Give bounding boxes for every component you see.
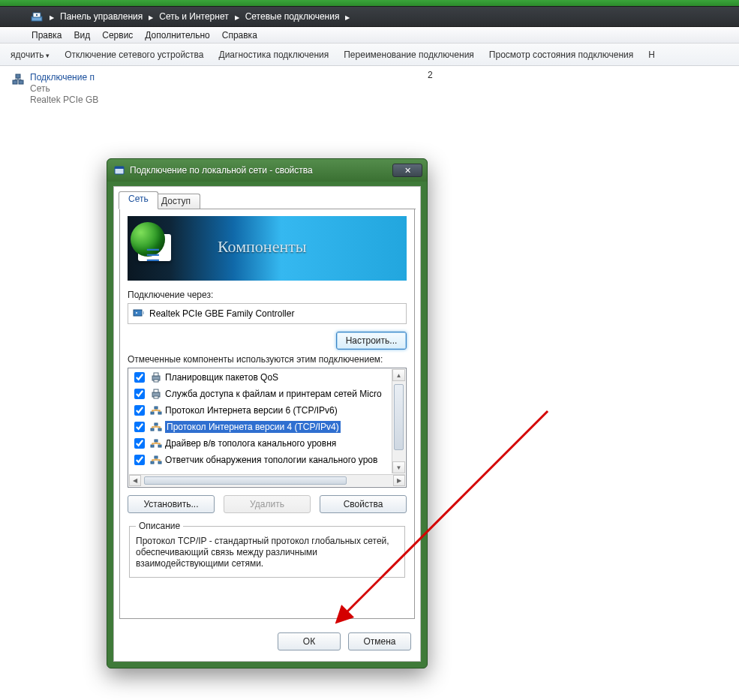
breadcrumb-separator-icon	[344, 11, 351, 22]
component-checkbox[interactable]	[134, 389, 145, 399]
configure-button[interactable]: Настроить...	[336, 332, 407, 350]
menu-view[interactable]: Вид	[68, 30, 97, 41]
cmd-view-status[interactable]: Просмотр состояния подключения	[482, 50, 641, 60]
tabs: Сеть Доступ	[119, 191, 416, 209]
svg-rect-3	[13, 80, 17, 84]
cmd-organize[interactable]: ядочить	[3, 50, 57, 60]
dialog-titlebar[interactable]: Подключение по локальной сети - свойства…	[107, 159, 427, 182]
adapter-icon	[133, 307, 145, 321]
svg-rect-15	[154, 389, 158, 392]
component-row[interactable]: Протокол Интернета версии 4 (TCP/IPv4)	[129, 419, 391, 435]
connection-icon	[11, 72, 26, 99]
command-bar: ядочить Отключение сетевого устройства Д…	[0, 44, 739, 66]
properties-button[interactable]: Свойства	[320, 495, 407, 513]
component-checkbox[interactable]	[134, 372, 145, 383]
scroll-left-icon[interactable]: ◀	[129, 475, 141, 486]
scroll-up-icon[interactable]: ▲	[392, 369, 405, 381]
svg-rect-20	[151, 428, 154, 431]
adapter-name: Realtek PCIe GBE Family Controller	[149, 308, 294, 319]
svg-rect-24	[158, 445, 161, 447]
svg-point-10	[136, 312, 137, 314]
address-bar: Панель управления Сеть и Интернет Сетевы…	[0, 6, 739, 27]
connection-tile[interactable]: Подключение п Сеть Realtek PCIe GB	[11, 72, 191, 106]
cmd-rename[interactable]: Переименование подключения	[336, 50, 482, 60]
svg-rect-5	[16, 74, 20, 78]
components-label: Отмеченные компоненты используются этим …	[128, 354, 407, 365]
svg-rect-25	[155, 440, 158, 442]
breadcrumb-item[interactable]: Панель управления	[56, 11, 147, 22]
connection-status: Сеть	[30, 83, 98, 95]
svg-rect-26	[151, 461, 154, 464]
description-legend: Описание	[136, 521, 183, 531]
ok-button[interactable]: ОК	[278, 632, 341, 650]
connection-device: Realtek PCIe GB	[30, 95, 98, 106]
cmd-diagnose[interactable]: Диагностика подключения	[212, 50, 337, 60]
svg-rect-17	[151, 412, 154, 414]
install-button[interactable]: Установить...	[128, 495, 215, 513]
component-checkbox[interactable]	[134, 455, 145, 465]
dialog-icon	[113, 164, 125, 176]
component-row[interactable]: Драйвер в/в тополога канального уровня	[129, 435, 391, 452]
component-label: Протокол Интернета версии 4 (TCP/IPv4)	[165, 421, 341, 433]
protocol-icon	[150, 455, 162, 465]
component-row[interactable]: Планировщик пакетов QoS	[129, 369, 391, 386]
scroll-right-icon[interactable]: ▶	[393, 475, 405, 486]
breadcrumb-separator-icon	[147, 11, 155, 22]
component-checkbox[interactable]	[134, 422, 145, 432]
svg-rect-22	[155, 423, 158, 425]
menu-help[interactable]: Справка	[216, 30, 263, 41]
vertical-scrollbar[interactable]: ▲ ▼	[392, 369, 405, 473]
breadcrumb-separator-icon	[48, 11, 56, 22]
svg-rect-27	[158, 461, 161, 464]
printer-icon	[150, 389, 162, 399]
svg-rect-18	[158, 412, 161, 414]
printer-icon	[150, 372, 162, 383]
tab-network[interactable]: Сеть	[119, 191, 158, 209]
component-label: Ответчик обнаружения топологии канальног…	[165, 455, 377, 465]
cmd-disable-device[interactable]: Отключение сетевого устройства	[57, 50, 211, 60]
svg-rect-8	[134, 310, 142, 316]
svg-rect-9	[142, 311, 144, 314]
connect-through-label: Подключение через:	[128, 290, 407, 300]
svg-rect-23	[151, 445, 154, 447]
tab-page-network: ☰ Компоненты Подключение через: Realtek …	[119, 209, 415, 619]
menu-edit[interactable]: Правка	[26, 30, 68, 41]
breadcrumb-separator-icon	[233, 11, 241, 22]
breadcrumb-item[interactable]: Сетевые подключения	[241, 11, 344, 22]
tab-sharing[interactable]: Доступ	[152, 194, 200, 209]
network-folder-icon	[30, 10, 44, 23]
component-checkbox[interactable]	[134, 405, 145, 416]
description-group: Описание Протокол TCP/IP - стандартный п…	[129, 521, 405, 578]
components-list: Планировщик пакетов QoSСлужба доступа к …	[128, 368, 407, 488]
component-checkbox[interactable]	[134, 438, 145, 449]
scroll-thumb[interactable]	[394, 384, 404, 450]
checklist-icon: ☰	[146, 246, 161, 266]
menu-bar: Правка Вид Сервис Дополнительно Справка	[0, 27, 739, 44]
close-button[interactable]: ✕	[392, 164, 422, 177]
component-row[interactable]: Служба доступа к файлам и принтерам сете…	[129, 386, 391, 402]
svg-rect-7	[115, 167, 124, 169]
protocol-icon	[150, 422, 162, 432]
breadcrumb-item[interactable]: Сеть и Интернет	[155, 11, 233, 22]
component-row[interactable]: Ответчик обнаружения топологии канальног…	[129, 452, 391, 468]
svg-rect-12	[154, 373, 158, 376]
hscroll-thumb[interactable]	[144, 476, 347, 485]
content-area: Подключение п Сеть Realtek PCIe GB 2 Под…	[0, 66, 739, 700]
menu-tools[interactable]: Сервис	[96, 30, 139, 41]
horizontal-scrollbar[interactable]: ◀ ▶	[129, 474, 405, 486]
svg-rect-21	[158, 428, 161, 431]
component-label: Драйвер в/в тополога канального уровня	[165, 438, 336, 449]
svg-point-2	[36, 14, 38, 16]
properties-dialog: Подключение по локальной сети - свойства…	[107, 158, 428, 668]
components-banner: ☰ Компоненты	[128, 216, 407, 281]
svg-rect-28	[155, 456, 158, 458]
cmd-truncated[interactable]: Н	[641, 50, 662, 60]
close-icon: ✕	[404, 166, 411, 176]
adapter-box: Realtek PCIe GBE Family Controller	[128, 303, 407, 324]
component-row[interactable]: Протокол Интернета версии 6 (TCP/IPv6)	[129, 402, 391, 419]
description-text: Протокол TCP/IP - стандартный протокол г…	[136, 536, 398, 569]
scroll-down-icon[interactable]: ▼	[392, 461, 405, 473]
cancel-button[interactable]: Отмена	[348, 632, 411, 650]
menu-extra[interactable]: Дополнительно	[139, 30, 215, 41]
stray-text-fragment: 2	[428, 70, 433, 80]
